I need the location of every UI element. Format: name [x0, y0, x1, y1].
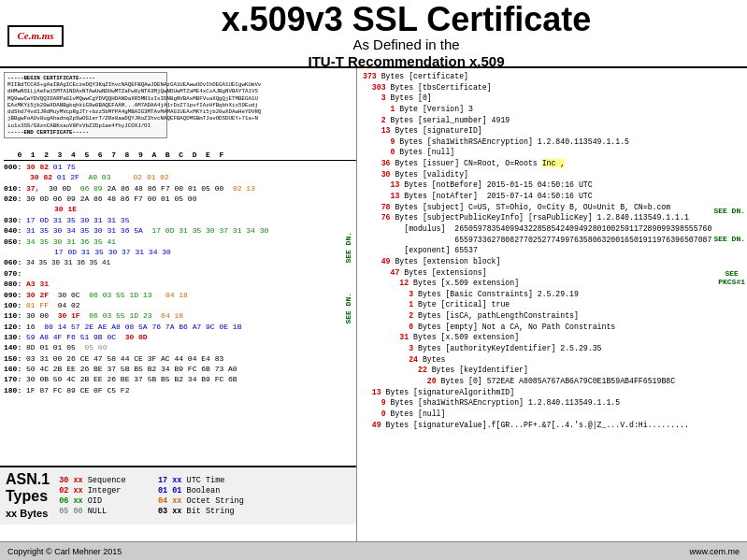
cert-body: MIIBdTCCAS+gAaIBAgICEczeDQY3KqZIhvcNAQEF…	[7, 81, 164, 129]
footer: Copyright © Carl Mehner 2015 www.cem.me	[0, 541, 747, 560]
asn-grid: 30 xx Sequence 17 xx UTC Time 02 xx Inte…	[59, 476, 244, 516]
content-area: -----BEGIN CERTIFICATE----- MIIBdTCCAS+g…	[0, 68, 747, 543]
subtitle1: As Defined in the	[73, 36, 740, 53]
see-dn-1: SEE DN.	[344, 232, 352, 264]
asn-item-integer: 02 xx Integer	[59, 486, 145, 495]
asn-item-oid: 06 xx OID	[59, 496, 145, 506]
copyright: Copyright © Carl Mehner 2015	[7, 547, 122, 556]
left-panel: -----BEGIN CERTIFICATE----- MIIBdTCCAS+g…	[0, 68, 357, 543]
main-container: Ce.m.ms x.509v3 SSL Certificate As Defin…	[0, 0, 747, 560]
asn-item-null: 05 00 NULL	[59, 507, 145, 516]
asn-types-box: ASN.1 Types xx Bytes 30 xx Sequence 17 x…	[0, 466, 356, 524]
asn-item-utctime: 17 xx UTC Time	[158, 476, 244, 485]
asn-title: ASN.1 Types xx Bytes	[6, 471, 50, 521]
structure-tree: 373 Bytes [certificate] 303 Bytes [tbsCe…	[363, 71, 741, 430]
see-dn-right-2: SEE DN.	[713, 235, 745, 243]
asn-item-boolean: 01 01 Boolean	[158, 486, 244, 495]
asn-item-octetstring: 04 xx Octet String	[158, 496, 244, 506]
asn-item-bitstring: 03 xx Bit String	[158, 507, 244, 516]
cert-end: -----END CERTIFICATE-----	[7, 129, 164, 136]
see-dn-2: SEE DN.	[344, 293, 352, 324]
see-dn-right-1: SEE DN.	[713, 207, 745, 215]
hex-dump: 000: 30 82 01 75 30 82 01 2F A0 03 02 01…	[4, 162, 268, 395]
header-title: x.509v3 SSL Certificate As Defined in th…	[73, 3, 740, 70]
asn-item-sequence: 30 xx Sequence	[59, 476, 145, 485]
logo-top: Ce.m.ms	[17, 30, 53, 41]
subtitle2: ITU-T Recommendation x.509	[73, 53, 740, 70]
cert-text-box: -----BEGIN CERTIFICATE----- MIIBdTCCAS+g…	[4, 72, 167, 138]
hex-column-header: 0 1 2 3 4 5 6 7 8 9 A B C D E F	[4, 151, 356, 161]
cert-begin: -----BEGIN CERTIFICATE-----	[7, 75, 164, 81]
main-title: x.509v3 SSL Certificate	[73, 3, 740, 36]
website: www.cem.me	[689, 547, 740, 556]
logo: Ce.m.ms	[7, 25, 64, 46]
header: Ce.m.ms x.509v3 SSL Certificate As Defin…	[0, 0, 747, 67]
see-pkcs: SEEPKCS#1	[718, 269, 745, 286]
right-panel: 373 Bytes [certificate] 303 Bytes [tbsCe…	[357, 68, 747, 543]
